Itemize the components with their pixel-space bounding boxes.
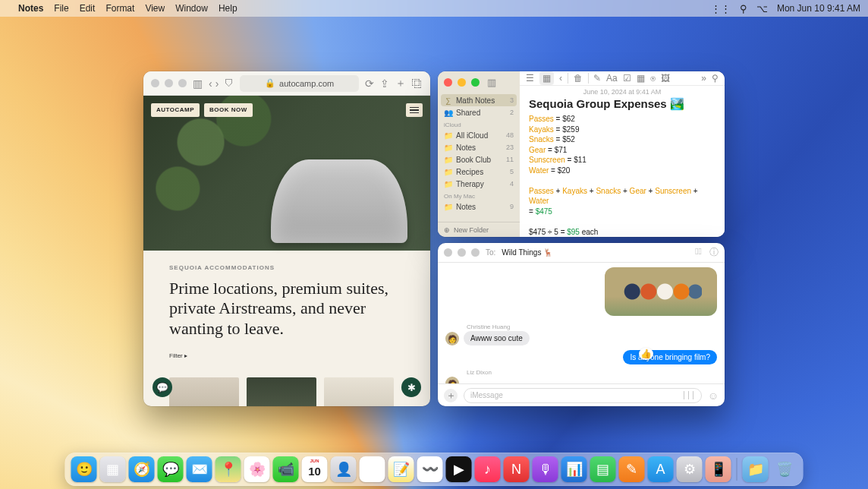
- forward-button[interactable]: ›: [215, 77, 219, 90]
- menu-help[interactable]: Help: [219, 3, 237, 14]
- dock-mail[interactable]: ✉️: [187, 456, 212, 482]
- folder-icon: ∑: [444, 96, 452, 105]
- dock: 🙂▦🧭💬✉️📍🌸📹JUN10👤☑︎📝〰️▶︎♪N🎙📊▤✎A⚙︎📱📁🗑️: [65, 453, 804, 486]
- dock-photos[interactable]: 🌸: [244, 456, 270, 482]
- filter-link[interactable]: Filter ▸: [169, 352, 404, 359]
- dock-tv[interactable]: ▶︎: [446, 456, 472, 482]
- dock-launchpad[interactable]: ▦: [100, 456, 126, 482]
- url-bar[interactable]: 🔒 autocamp.com: [240, 75, 359, 92]
- dock-safari[interactable]: 🧭: [129, 456, 155, 482]
- menu-format[interactable]: Format: [105, 3, 134, 14]
- app-menu[interactable]: Notes: [18, 3, 43, 14]
- control-center-icon[interactable]: ⌥: [756, 3, 768, 14]
- dock-facetime[interactable]: 📹: [273, 456, 299, 482]
- back-icon[interactable]: ‹: [559, 73, 562, 84]
- site-logo[interactable]: AUTOCAMP: [151, 103, 200, 117]
- hamburger-menu[interactable]: [406, 103, 423, 117]
- new-tab-icon[interactable]: ＋: [395, 77, 406, 90]
- share-icon[interactable]: ⇪: [380, 77, 389, 90]
- window-controls[interactable]: [444, 78, 480, 87]
- outgoing-bubble[interactable]: Is anyone bringing film?: [623, 350, 717, 364]
- menu-file[interactable]: File: [54, 3, 68, 14]
- window-controls[interactable]: [151, 79, 187, 87]
- sidebar-item-book-club[interactable]: 📁Book Club11: [438, 153, 520, 166]
- window-controls[interactable]: [444, 248, 480, 257]
- note-title[interactable]: Sequoia Group Expenses 🏞️: [520, 96, 725, 114]
- sidebar-item-notes[interactable]: 📁Notes9: [438, 200, 520, 213]
- dock-podcasts[interactable]: 🎙: [533, 456, 558, 482]
- accessibility-fab[interactable]: ✱: [401, 377, 421, 397]
- list-view-icon[interactable]: ☰: [526, 73, 534, 84]
- dock-finder[interactable]: 🙂: [71, 456, 97, 482]
- grid-view-icon[interactable]: ▦: [539, 71, 554, 85]
- spotlight-icon[interactable]: ⚲: [740, 3, 747, 14]
- back-button[interactable]: ‹: [209, 77, 212, 90]
- new-folder-button[interactable]: ⊕ New Folder: [438, 222, 520, 237]
- safari-content: AUTOCAMP BOOK NOW SEQUOIA ACCOMMODATIONS…: [143, 96, 430, 406]
- menu-window[interactable]: Window: [175, 3, 208, 14]
- tapback-icon[interactable]: 👍: [639, 348, 653, 360]
- incoming-bubble[interactable]: Awww soo cute: [464, 331, 530, 345]
- facetime-icon[interactable]: ▢⃞: [695, 246, 702, 259]
- dock-keynote[interactable]: 📊: [561, 456, 587, 482]
- format-icon[interactable]: Aa: [606, 73, 618, 84]
- avatar[interactable]: 🧑: [445, 332, 459, 345]
- dock-downloads[interactable]: 📁: [743, 456, 769, 482]
- dock-numbers[interactable]: ▤: [590, 456, 616, 482]
- dock-trash[interactable]: 🗑️: [772, 456, 797, 482]
- search-icon[interactable]: ⚲: [712, 73, 719, 84]
- messages-thread[interactable]: Christine Huang 🧑 Awww soo cute Is anyon…: [438, 263, 725, 383]
- message-input[interactable]: iMessage ⏐⏐⏐: [464, 388, 702, 403]
- dock-messages[interactable]: 💬: [158, 456, 184, 482]
- link-icon[interactable]: ⍟: [650, 73, 656, 84]
- to-value[interactable]: Wild Things 🦌: [502, 248, 552, 257]
- trash-icon[interactable]: 🗑: [574, 73, 583, 84]
- dock-news[interactable]: N: [504, 456, 530, 482]
- wifi-icon[interactable]: ⋮⋮: [711, 3, 731, 14]
- book-now-button[interactable]: BOOK NOW: [204, 103, 253, 117]
- dictation-icon[interactable]: ⏐⏐⏐: [681, 391, 695, 400]
- checklist-icon[interactable]: ☑: [623, 73, 631, 84]
- sidebar-item-shared[interactable]: 👥Shared2: [438, 106, 520, 118]
- compose-icon[interactable]: ✎: [593, 73, 601, 84]
- media-icon[interactable]: 🖼: [661, 73, 670, 84]
- sidebar-item-recipes[interactable]: 📁Recipes5: [438, 166, 520, 178]
- dock-maps[interactable]: 📍: [215, 456, 241, 482]
- dock-music[interactable]: ♪: [475, 456, 501, 482]
- tabs-icon[interactable]: ⿻: [412, 77, 423, 90]
- shared-photo-bubble[interactable]: [605, 267, 717, 316]
- notes-sidebar: ▥ ∑Math Notes3👥Shared2iCloud📁All iCloud4…: [438, 71, 520, 237]
- dock-pages[interactable]: ✎: [619, 456, 645, 482]
- dock-contacts[interactable]: 👤: [331, 456, 357, 482]
- dock-separator: [737, 458, 737, 481]
- dock-calendar[interactable]: JUN10: [302, 456, 328, 482]
- reload-icon[interactable]: ⟳: [365, 77, 374, 90]
- dock-appstore[interactable]: A: [648, 456, 674, 482]
- dock-iphone-mirroring[interactable]: 📱: [706, 456, 731, 482]
- note-body[interactable]: Passes = $62Kayaks = $259Snacks = $52Gea…: [520, 114, 725, 237]
- sidebar-item-therapy[interactable]: 📁Therapy4: [438, 178, 520, 190]
- sidebar-toggle-icon[interactable]: ▥: [487, 77, 496, 88]
- sidebar-item-math-notes[interactable]: ∑Math Notes3: [441, 94, 517, 106]
- more-icon[interactable]: »: [701, 73, 706, 84]
- accommodation-thumbnail[interactable]: [247, 377, 316, 406]
- accommodation-thumbnail[interactable]: [324, 377, 394, 406]
- sidebar-toggle-icon[interactable]: ▥: [193, 77, 203, 90]
- menubar-clock[interactable]: Mon Jun 10 9:41 AM: [777, 3, 860, 14]
- menu-edit[interactable]: Edit: [80, 3, 96, 14]
- chat-fab[interactable]: 💬: [153, 377, 172, 397]
- menu-view[interactable]: View: [145, 3, 165, 14]
- apps-button[interactable]: ＋: [444, 389, 458, 402]
- accommodation-thumbnail[interactable]: [169, 377, 239, 406]
- dock-settings[interactable]: ⚙︎: [677, 456, 703, 482]
- dock-reminders[interactable]: ☑︎: [360, 456, 385, 482]
- sidebar-item-notes[interactable]: 📁Notes23: [438, 141, 520, 153]
- sidebar-item-all-icloud[interactable]: 📁All iCloud48: [438, 129, 520, 141]
- info-icon[interactable]: ⓘ: [709, 246, 719, 259]
- avatar[interactable]: 🧑: [445, 377, 459, 383]
- table-icon[interactable]: ▦: [637, 73, 645, 84]
- dock-freeform[interactable]: 〰️: [417, 456, 443, 482]
- emoji-picker-icon[interactable]: ☺: [708, 390, 719, 402]
- shield-icon[interactable]: ⛉: [225, 78, 234, 89]
- dock-notes[interactable]: 📝: [388, 456, 414, 482]
